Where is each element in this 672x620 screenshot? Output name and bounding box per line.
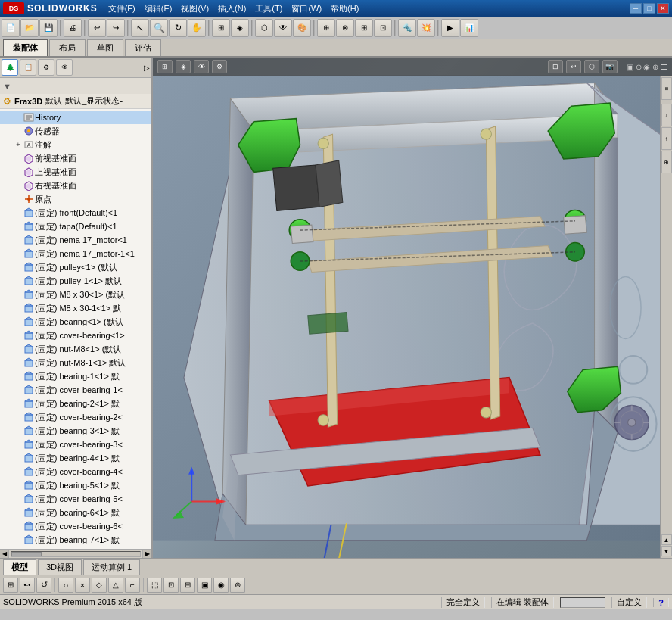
tree-expand-26[interactable]: [14, 453, 23, 463]
tree-expand-4[interactable]: [14, 154, 23, 163]
config-tab[interactable]: ⚙: [38, 59, 54, 76]
tree-expand-11[interactable]: [14, 249, 23, 258]
tree-expand-27[interactable]: [14, 467, 23, 476]
tab-layout[interactable]: 布局: [49, 39, 86, 56]
tree-expand-2[interactable]: [14, 126, 23, 136]
hide-show-button[interactable]: 👁: [274, 19, 292, 37]
bottom-tb-btn-1[interactable]: ⊞: [3, 578, 18, 593]
tree-item-16[interactable]: (固定) bearing<1> (默认: [0, 315, 151, 329]
tree-scrollbar[interactable]: ◀ ▶: [0, 549, 151, 558]
right-toolbar-btn-1[interactable]: ≡: [661, 77, 672, 100]
hide-show-btn[interactable]: 👁: [194, 60, 209, 73]
tree-item-27[interactable]: (固定) cover-bearing-4<: [0, 465, 151, 478]
view-iso-button[interactable]: ◈: [231, 19, 249, 37]
tree-expand-9[interactable]: [14, 222, 23, 231]
assembly-features-button[interactable]: ⊡: [374, 19, 392, 37]
tree-expand-1[interactable]: [14, 113, 23, 122]
right-toolbar-btn-2[interactable]: ↓: [661, 104, 672, 126]
tree-expand-32[interactable]: [14, 535, 23, 544]
tree-item-12[interactable]: (固定) pulley<1> (默认: [0, 260, 151, 274]
tree-expand-17[interactable]: [14, 331, 23, 340]
menu-file[interactable]: 文件(F): [104, 2, 140, 16]
tree-item-4[interactable]: 前视基准面: [0, 151, 151, 165]
tree-expand-18[interactable]: [14, 344, 23, 354]
tree-expand-10[interactable]: [14, 235, 23, 245]
right-toolbar-btn-5[interactable]: ▲: [661, 534, 672, 545]
tree-expand-28[interactable]: [14, 481, 23, 490]
explode-button[interactable]: 💥: [417, 19, 435, 37]
bottom-tb-btn-10[interactable]: ⊡: [163, 578, 179, 593]
bottom-tb-btn-8[interactable]: ⌐: [125, 578, 140, 593]
zoom-fit-btn[interactable]: ⊡: [548, 60, 563, 73]
tab-sketch[interactable]: 草图: [87, 39, 123, 56]
panel-expand-arrow[interactable]: ▷: [144, 64, 150, 72]
menu-help[interactable]: 帮助(H): [326, 2, 363, 16]
tree-item-18[interactable]: (固定) nut-M8<1> (默认: [0, 342, 151, 356]
tree-item-10[interactable]: (固定) nema 17_motor<1: [0, 233, 151, 247]
tree-item-14[interactable]: (固定) M8 x 30<1> (默认: [0, 288, 151, 301]
tree-item-32[interactable]: (固定) bearing-7<1> 默: [0, 533, 151, 547]
tab-assembly[interactable]: 装配体: [3, 39, 48, 56]
tree-expand-23[interactable]: [14, 413, 23, 422]
tree-item-23[interactable]: (固定) cover-bearing-2<: [0, 410, 151, 424]
tree-expand-30[interactable]: [14, 508, 23, 517]
appearance-button[interactable]: 🎨: [293, 19, 311, 37]
component-button[interactable]: ⊕: [317, 19, 335, 37]
tree-item-19[interactable]: (固定) nut-M8-1<1> 默认: [0, 356, 151, 369]
bottom-tab-3dview[interactable]: 3D视图: [38, 559, 82, 575]
tree-item-24[interactable]: (固定) bearing-3<1> 默: [0, 424, 151, 438]
select-button[interactable]: ↖: [131, 19, 149, 37]
bottom-tb-btn-2[interactable]: •·•: [20, 578, 35, 593]
section-view-button[interactable]: ⬡: [255, 19, 273, 37]
tree-expand-6[interactable]: [14, 181, 23, 190]
tree-item-17[interactable]: (固定) cover-bearing<1>: [0, 329, 151, 342]
mate-button[interactable]: ⊗: [336, 19, 354, 37]
menu-edit[interactable]: 编辑(E): [140, 2, 177, 16]
right-toolbar-btn-6[interactable]: ▼: [661, 546, 672, 556]
view-settings-btn[interactable]: ⚙: [212, 60, 227, 73]
tree-expand-14[interactable]: [14, 290, 23, 299]
tree-item-8[interactable]: (固定) front(Default)<1: [0, 206, 151, 220]
menu-window[interactable]: 窗口(W): [287, 2, 326, 16]
minimize-button[interactable]: ─: [630, 3, 642, 14]
tree-expand-15[interactable]: [14, 304, 23, 313]
tree-item-5[interactable]: 上视基准面: [0, 165, 151, 179]
tree-item-7[interactable]: 原点: [0, 192, 151, 206]
right-toolbar-btn-3[interactable]: ↑: [661, 127, 672, 150]
view-fit-button[interactable]: ⊞: [212, 19, 230, 37]
bottom-tb-btn-11[interactable]: ⊟: [180, 578, 195, 593]
tree-item-1[interactable]: History: [0, 111, 151, 124]
display-style-btn[interactable]: ◈: [176, 60, 191, 73]
undo-button[interactable]: ↩: [88, 19, 106, 37]
scroll-left-btn[interactable]: ◀: [0, 550, 9, 558]
tree-expand-21[interactable]: [14, 385, 23, 394]
tree-expand-8[interactable]: [14, 208, 23, 217]
tree-item-29[interactable]: (固定) cover-bearing-5<: [0, 492, 151, 506]
view-orientation-btn[interactable]: ⊞: [157, 60, 173, 73]
tree-item-30[interactable]: (固定) bearing-6<1> 默: [0, 506, 151, 519]
tree-expand-12[interactable]: [14, 263, 23, 272]
tree-expand-7[interactable]: [14, 195, 23, 204]
menu-view[interactable]: 视图(V): [176, 2, 213, 16]
tree-item-11[interactable]: (固定) nema 17_motor-1<1: [0, 247, 151, 260]
right-toolbar-btn-4[interactable]: ⊕: [661, 151, 672, 173]
pattern-button[interactable]: ⊞: [355, 19, 373, 37]
tree-item-26[interactable]: (固定) bearing-4<1> 默: [0, 451, 151, 465]
3d-viewport[interactable]: ⊞ ◈ 👁 ⚙ ⊡ ↩ ⬡ 📷 ▣ ⊙ ◉ ⊕ ☰: [153, 58, 672, 558]
tree-expand-13[interactable]: [14, 276, 23, 285]
tree-expand-22[interactable]: [14, 399, 23, 408]
scroll-right-btn[interactable]: ▶: [142, 550, 151, 558]
bottom-tab-model[interactable]: 模型: [3, 559, 36, 575]
bottom-tb-btn-14[interactable]: ⊛: [230, 578, 245, 593]
bottom-tb-btn-3[interactable]: ↺: [36, 578, 51, 593]
tree-item-15[interactable]: (固定) M8 x 30-1<1> 默: [0, 301, 151, 315]
tree-item-20[interactable]: (固定) bearing-1<1> 默: [0, 369, 151, 383]
zoom-button[interactable]: 🔍: [150, 19, 168, 37]
feature-tree-tab[interactable]: 🌲: [2, 59, 18, 76]
tree-item-13[interactable]: (固定) pulley-1<1> 默认: [0, 274, 151, 288]
tree-expand-24[interactable]: [14, 426, 23, 435]
tree-item-28[interactable]: (固定) bearing-5<1> 默: [0, 478, 151, 492]
tree-item-21[interactable]: (固定) cover-bearing-1<: [0, 383, 151, 397]
close-button[interactable]: ✕: [657, 3, 669, 14]
bottom-tb-btn-6[interactable]: ◇: [92, 578, 107, 593]
